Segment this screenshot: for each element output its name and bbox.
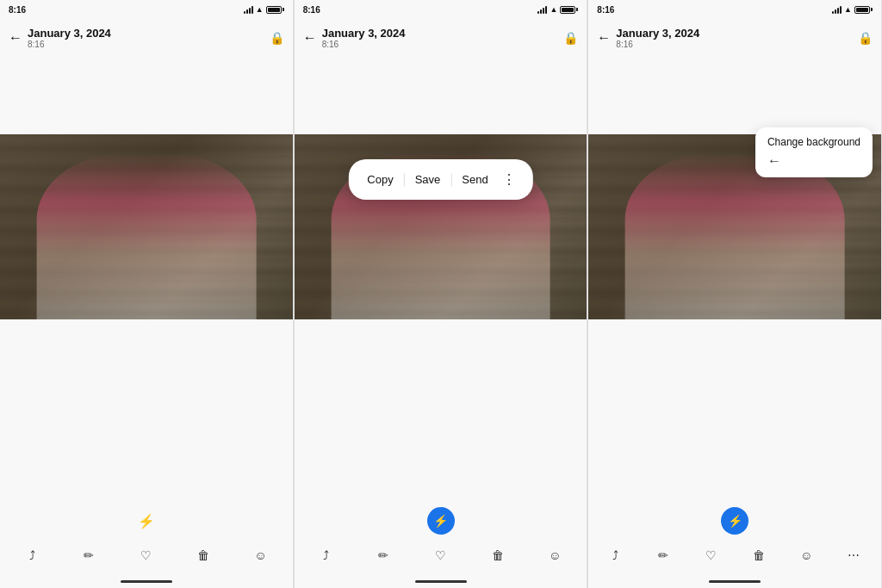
more-options-button[interactable]: ⋮: [499, 168, 519, 191]
trash-button-1[interactable]: 🗑: [193, 545, 214, 566]
wifi-icon-2: ▲: [550, 5, 557, 14]
header-1: ← January 3, 2024 8:16 🔒: [0, 19, 293, 57]
wifi-icon-3: ▲: [844, 5, 852, 14]
status-icons-2: ▲: [537, 5, 578, 14]
trash-button-3[interactable]: 🗑: [748, 545, 769, 566]
heart-button-1[interactable]: ♡: [136, 545, 157, 566]
panel-3: 8:16 ▲ ← January 3, 2024 8:16 🔒 Change b…: [588, 0, 882, 588]
bottom-spacer-1: [0, 319, 293, 505]
emoji-button-1[interactable]: ☺: [250, 545, 270, 566]
save-button[interactable]: Save: [410, 170, 446, 189]
lock-icon-2: 🔒: [563, 31, 578, 45]
photo-subjects-1: [36, 153, 256, 320]
more-button-3[interactable]: ⋯: [843, 545, 864, 566]
photo-subjects-3: [625, 153, 845, 320]
share-button-1[interactable]: ⤴: [22, 545, 42, 566]
header-title-3: January 3, 2024: [616, 27, 858, 40]
share-button-2[interactable]: ⤴: [316, 545, 337, 566]
trash-button-2[interactable]: 🗑: [488, 545, 508, 566]
bottom-spacer-3: [588, 319, 881, 505]
edit-button-2[interactable]: ✏: [373, 545, 394, 566]
fab-area-3: ⚡: [588, 505, 881, 536]
home-bar-line-3: [709, 580, 761, 583]
header-title-group-2: January 3, 2024 8:16: [322, 27, 564, 49]
home-bar-1: [0, 574, 293, 588]
bolt-icon-2: ⚡: [433, 514, 448, 528]
change-background-tooltip: Change background ←: [755, 127, 873, 177]
home-bar-3: [588, 574, 881, 588]
edit-button-1[interactable]: ✏: [78, 545, 99, 566]
header-title-group-3: January 3, 2024 8:16: [616, 27, 858, 49]
header-title-2: January 3, 2024: [322, 27, 564, 40]
bottom-toolbar-1: ⤴ ✏ ♡ 🗑 ☺: [0, 536, 293, 574]
signal-icon-2: [537, 5, 547, 14]
panel-2: 8:16 ▲ ← January 3, 2024 8:16 🔒 Copy: [295, 0, 588, 588]
menu-divider-2: [450, 173, 451, 187]
fab-1: ⚡: [133, 507, 160, 535]
signal-icon-1: [244, 5, 253, 14]
bottom-toolbar-2: ⤴ ✏ ♡ 🗑 ☺: [295, 536, 587, 574]
emoji-button-2[interactable]: ☺: [544, 545, 565, 566]
status-icons-3: ▲: [832, 5, 873, 14]
change-bg-back-button[interactable]: ←: [767, 153, 781, 168]
menu-divider-1: [404, 173, 405, 187]
bolt-icon-3: ⚡: [728, 514, 742, 528]
panel-1: 8:16 ▲ ← January 3, 2024 8:16 🔒: [0, 0, 294, 588]
emoji-button-3[interactable]: ☺: [796, 545, 817, 566]
header-title-group-1: January 3, 2024 8:16: [28, 27, 270, 49]
status-bar-2: 8:16 ▲: [295, 0, 587, 19]
change-bg-title: Change background: [767, 136, 860, 148]
send-button[interactable]: Send: [457, 170, 493, 189]
status-time-1: 8:16: [9, 5, 26, 15]
status-time-2: 8:16: [303, 5, 320, 15]
share-button-3[interactable]: ⤴: [606, 545, 626, 566]
top-spacer-1: [0, 57, 293, 134]
edit-button-3[interactable]: ✏: [653, 545, 674, 566]
header-subtitle-1: 8:16: [28, 40, 270, 49]
lock-icon-1: 🔒: [270, 31, 284, 45]
fab-area-1: ⚡: [0, 505, 293, 536]
battery-icon-2: [560, 6, 578, 14]
bottom-spacer-2: [295, 319, 587, 505]
top-spacer-2: [295, 57, 587, 134]
back-button-3[interactable]: ←: [597, 30, 611, 46]
context-menu: Copy Save Send ⋮: [348, 159, 532, 200]
status-bar-3: 8:16 ▲: [588, 0, 881, 19]
copy-button[interactable]: Copy: [362, 170, 398, 189]
header-subtitle-2: 8:16: [322, 40, 564, 49]
heart-button-2[interactable]: ♡: [430, 545, 450, 566]
lock-icon-3: 🔒: [858, 31, 873, 45]
home-bar-line-1: [121, 580, 172, 583]
header-3: ← January 3, 2024 8:16 🔒: [588, 19, 881, 57]
battery-icon-1: [266, 6, 284, 14]
top-spacer-3: [588, 57, 881, 134]
heart-button-3[interactable]: ♡: [701, 545, 722, 566]
header-title-1: January 3, 2024: [28, 27, 270, 40]
bolt-icon-1: ⚡: [138, 513, 155, 529]
back-button-2[interactable]: ←: [303, 30, 317, 46]
header-subtitle-3: 8:16: [616, 40, 858, 49]
battery-icon-3: [854, 6, 873, 14]
bottom-toolbar-3: ⤴ ✏ ♡ 🗑 ☺ ⋯: [588, 536, 881, 574]
wifi-icon-1: ▲: [256, 5, 264, 14]
home-bar-2: [295, 574, 587, 588]
fab-2[interactable]: ⚡: [427, 507, 455, 535]
status-bar-1: 8:16 ▲: [0, 0, 293, 19]
signal-icon-3: [832, 5, 842, 14]
home-bar-line-2: [415, 580, 467, 583]
fab-3[interactable]: ⚡: [721, 507, 748, 535]
fab-area-2: ⚡: [295, 505, 587, 536]
back-button-1[interactable]: ←: [9, 30, 22, 46]
photo-1: [0, 134, 293, 319]
header-2: ← January 3, 2024 8:16 🔒: [295, 19, 587, 57]
status-icons-1: ▲: [244, 5, 284, 14]
status-time-3: 8:16: [597, 5, 614, 15]
